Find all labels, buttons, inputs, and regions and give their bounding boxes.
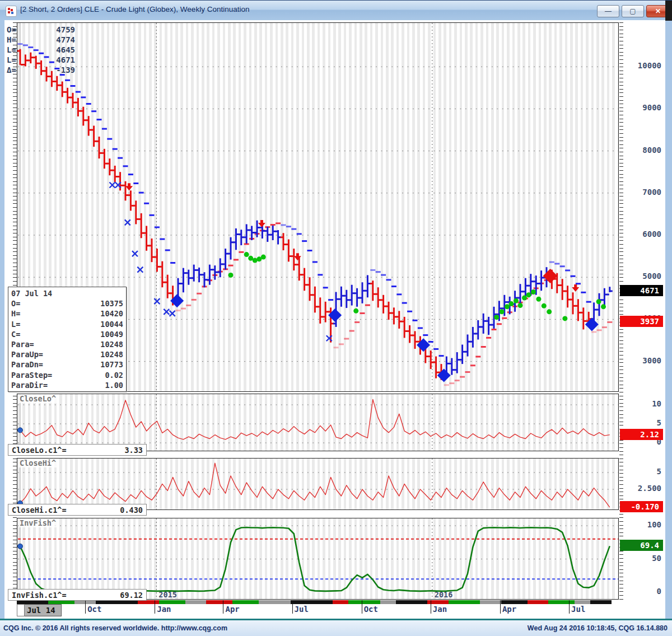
right-price-ruler xyxy=(619,22,623,600)
p2-pane-canvas[interactable] xyxy=(17,459,618,509)
cursor-row: Para=10248 xyxy=(11,339,123,349)
current-quote-overlay: O=4759 H=4774 L=4645 L=4671 Δ=-139 xyxy=(7,25,75,75)
price-badge: -0.170 xyxy=(620,501,663,512)
month-tick xyxy=(431,600,431,614)
quote-key: O= xyxy=(7,25,16,35)
month-label: Oct xyxy=(364,605,378,614)
closelo-value-label: CloseLo.c1^= xyxy=(12,446,67,455)
strip-segment xyxy=(48,600,74,604)
closelo-value-box[interactable]: CloseLo.c1^= 3.33 xyxy=(8,444,147,456)
month-tick xyxy=(85,600,86,614)
quote-key: Δ= xyxy=(7,65,16,75)
scale-tick-label: 5 xyxy=(623,418,661,427)
scale-tick-label: 0 xyxy=(623,587,661,596)
cursor-row: H=10420 xyxy=(11,308,123,319)
minimize-button[interactable]: — xyxy=(597,5,619,17)
copyright-text: CQG Inc. © 2016 All rights reserved worl… xyxy=(3,624,227,632)
invfish-value-box[interactable]: InvFish.c1^= 69.12 xyxy=(8,589,147,601)
month-tick xyxy=(223,600,223,614)
invfish-value: 69.12 xyxy=(120,591,143,600)
scale-tick-label: 7000 xyxy=(623,188,661,197)
quote-value: 4774 xyxy=(56,35,75,45)
scale-tick-label: 6000 xyxy=(623,230,661,238)
quote-key: L= xyxy=(7,45,16,55)
cursor-data-box[interactable]: 07 Jul 14O=10375H=10420L=10044C=10049Par… xyxy=(8,287,127,392)
strip-segment xyxy=(159,600,185,604)
month-tick xyxy=(362,600,362,614)
quote-key: L= xyxy=(7,55,16,65)
closehi-value: 0.430 xyxy=(120,506,143,515)
scale-tick-label: 10 xyxy=(623,399,661,408)
strip-segment xyxy=(590,600,612,604)
title-bar[interactable]: [2 Short, 2 Orders] CLE - Crude Light (G… xyxy=(0,0,672,20)
strip-segment xyxy=(449,600,480,604)
month-tick xyxy=(155,600,155,614)
month-tick xyxy=(569,600,570,614)
strip-segment xyxy=(528,600,549,604)
app-icon xyxy=(6,6,17,17)
quote-key: H= xyxy=(7,35,16,45)
strip-segment xyxy=(291,600,333,604)
month-tick xyxy=(500,600,501,614)
closehi-value-label: CloseHi.c1^= xyxy=(12,506,67,515)
price-badge: 4671 xyxy=(620,285,663,296)
price-badge: 69.4 xyxy=(620,540,663,551)
price-badge: 2.12 xyxy=(620,429,663,440)
invfish-value-label: InvFish.c1^= xyxy=(12,591,67,600)
month-label: Jul xyxy=(295,605,309,614)
year-label: 2016 xyxy=(435,590,453,599)
quote-value: 4759 xyxy=(56,25,75,35)
strip-segment xyxy=(575,600,590,604)
cursor-row: ParaUp=10248 xyxy=(11,349,123,359)
scale-tick-label: 100 xyxy=(623,520,661,529)
year-label: 2015 xyxy=(158,590,177,599)
cursor-row: L=10044 xyxy=(11,319,123,329)
cursor-row: ParaDir=1.00 xyxy=(11,380,123,390)
cursor-row: C=10049 xyxy=(11,329,123,339)
strip-segment xyxy=(348,600,380,604)
quote-value: 4671 xyxy=(56,55,75,65)
cursor-row: O=10375 xyxy=(11,298,123,308)
strip-segment xyxy=(380,600,396,604)
quote-value: 4645 xyxy=(56,45,75,55)
strip-segment xyxy=(17,600,48,604)
month-label: Oct xyxy=(87,605,101,614)
strip-segment xyxy=(232,600,259,604)
invfish-pane-label: InvFish^ xyxy=(18,518,57,527)
cursor-row: ParaStep=0.02 xyxy=(11,370,123,380)
month-label: Apr xyxy=(502,605,516,614)
axis-cursor-box xyxy=(17,604,25,616)
scale-tick-label: 5000 xyxy=(623,272,661,280)
strip-segment xyxy=(185,600,207,604)
closelo-pane[interactable] xyxy=(17,394,619,451)
month-label: Apr xyxy=(225,605,239,614)
p1-pane-canvas[interactable] xyxy=(17,394,618,451)
scale-tick-label: 3000 xyxy=(623,356,661,365)
month-label: Jan xyxy=(157,605,171,614)
scale-tick-label: 10000 xyxy=(623,61,661,70)
scale-tick-label: 9000 xyxy=(623,103,661,112)
strip-segment xyxy=(396,600,427,604)
status-bar: CQG Inc. © 2016 All rights reserved worl… xyxy=(0,619,672,636)
strip-segment xyxy=(259,600,290,604)
strip-segment xyxy=(96,600,138,604)
strip-segment xyxy=(138,600,159,604)
closehi-value-box[interactable]: CloseHi.c1^= 0.430 xyxy=(8,504,147,516)
closelo-pane-label: CloseLo^ xyxy=(18,394,57,403)
clock-version-text: Wed Aug 24 2016 10:18:45, CQG 16.14.880 xyxy=(528,624,668,632)
closehi-pane[interactable] xyxy=(17,458,619,510)
month-label: Jan xyxy=(433,605,447,614)
strip-segment xyxy=(548,600,575,604)
quote-value: -139 xyxy=(56,65,75,75)
p3-pane-canvas[interactable] xyxy=(17,518,618,599)
scale-tick-label: 50 xyxy=(623,554,661,563)
cursor-date: 07 Jul 14 xyxy=(11,288,123,298)
closehi-pane-label: CloseHi^ xyxy=(18,459,57,467)
month-tick xyxy=(292,600,293,614)
invfish-pane[interactable] xyxy=(17,518,619,600)
maximize-button[interactable]: ▢ xyxy=(622,5,644,17)
strip-segment xyxy=(333,600,348,604)
scale-tick-label: 5 xyxy=(623,467,661,476)
closelo-value: 3.33 xyxy=(124,446,143,455)
scale-tick-label: 2.500 xyxy=(623,484,661,493)
